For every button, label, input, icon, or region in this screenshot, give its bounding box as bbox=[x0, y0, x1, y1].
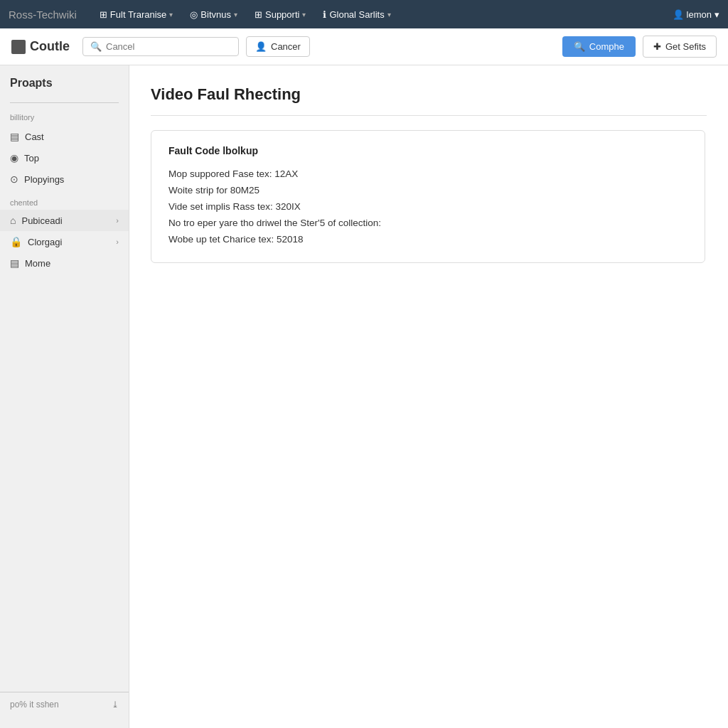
fault-item-3: No tro eper yare tho driwel the Ster'5 o… bbox=[168, 215, 687, 232]
info-icon: ℹ bbox=[323, 9, 326, 20]
grid-icon: ⊞ bbox=[100, 9, 107, 20]
sidebar-bottom: po% it sshen ⤓ bbox=[0, 692, 129, 717]
user-icon: 👤 bbox=[255, 41, 267, 52]
sidebar-item-label: Clorgagi bbox=[28, 237, 62, 247]
toolbar: Coutle 🔍 👤 Cancer 🔍 Comphe ✚ Get Sefits bbox=[0, 28, 728, 65]
sidebar-section2-label: chented bbox=[0, 190, 129, 210]
circle-dot-icon: ◉ bbox=[10, 152, 18, 164]
nav-brand: Ross-Tech bbox=[9, 9, 59, 21]
search-icon: 🔍 bbox=[90, 41, 102, 52]
cancer-label: Cancer bbox=[271, 41, 301, 52]
nav-item-label: Fult Traranise bbox=[110, 9, 166, 20]
chevron-right-icon: › bbox=[116, 216, 119, 225]
sidebar-divider bbox=[10, 102, 119, 103]
chevron-down-icon: ▾ bbox=[302, 11, 306, 18]
sidebar-item-label: Top bbox=[24, 153, 39, 164]
nav-logo: Ross-Techwiki bbox=[9, 9, 77, 21]
toolbar-logo: Coutle bbox=[11, 39, 70, 54]
chevron-down-icon: ▾ bbox=[387, 11, 391, 18]
fault-item-2: Vide set implis Rass tex: 320IX bbox=[168, 199, 687, 215]
compile-label: Comphe bbox=[589, 41, 624, 52]
fault-item-4: Wobe up tet Charice tex: 52018 bbox=[168, 232, 687, 248]
nav-item-glonal[interactable]: ℹ Glonal Sarlits ▾ bbox=[317, 6, 396, 23]
username-label: lemon bbox=[687, 9, 712, 20]
search-icon: 🔍 bbox=[574, 41, 585, 52]
sidebar-item-plopyings[interactable]: ⊙ Plopyings bbox=[0, 168, 129, 190]
sidebar-item-label: Plopyings bbox=[24, 174, 64, 185]
get-sefits-button[interactable]: ✚ Get Sefits bbox=[643, 36, 717, 58]
user-menu[interactable]: 👤 lemon ▾ bbox=[673, 9, 719, 20]
get-sefits-label: Get Sefits bbox=[665, 41, 706, 52]
cancer-button[interactable]: 👤 Cancer bbox=[246, 36, 310, 57]
top-nav: Ross-Techwiki ⊞ Fult Traranise ▾ ◎ Bitvn… bbox=[0, 0, 728, 28]
sidebar-item-label: Mome bbox=[25, 258, 50, 269]
settings-icon: ⊙ bbox=[10, 173, 18, 185]
chevron-right-icon: › bbox=[116, 237, 119, 246]
sidebar-item-cast[interactable]: ▤ Cast bbox=[0, 126, 129, 147]
chevron-down-icon: ▾ bbox=[169, 11, 173, 18]
home-icon: ⌂ bbox=[10, 215, 16, 226]
nav-item-fault[interactable]: ⊞ Fult Traranise ▾ bbox=[94, 6, 178, 23]
chevron-down-icon: ▾ bbox=[234, 11, 237, 18]
nav-item-label: Bitvnus bbox=[200, 9, 231, 20]
list-icon: ▤ bbox=[10, 257, 19, 269]
toolbar-logo-label: Coutle bbox=[30, 39, 70, 54]
nav-item-supporti[interactable]: ⊞ Supporti ▾ bbox=[249, 6, 311, 23]
sidebar-item-mome[interactable]: ▤ Mome bbox=[0, 252, 129, 274]
fault-item-1: Woite strip for 80M25 bbox=[168, 183, 687, 199]
grid-icon: ⊞ bbox=[255, 9, 262, 20]
layout: Proapts billitory ▤ Cast ◉ Top ⊙ Plopyin… bbox=[0, 65, 728, 728]
sidebar-item-label: Pubiceadi bbox=[21, 215, 62, 226]
compile-button[interactable]: 🔍 Comphe bbox=[562, 36, 636, 57]
page-title: Video Faul Rhecting bbox=[151, 85, 707, 104]
search-box[interactable]: 🔍 bbox=[82, 37, 239, 56]
bottom-text: po% it sshen bbox=[10, 700, 59, 710]
sidebar: Proapts billitory ▤ Cast ◉ Top ⊙ Plopyin… bbox=[0, 65, 129, 728]
nav-item-bitvnus[interactable]: ◎ Bitvnus ▾ bbox=[184, 6, 243, 23]
lock-icon: 🔒 bbox=[10, 236, 22, 247]
sidebar-item-label: Cast bbox=[25, 132, 44, 142]
fault-card: Fault Code lbolkup Mop suppored Fase tex… bbox=[151, 130, 705, 263]
nav-item-label: Glonal Sarlits bbox=[329, 9, 384, 20]
hamburger-icon bbox=[11, 40, 26, 54]
fault-card-title: Fault Code lbolkup bbox=[168, 145, 687, 156]
sidebar-item-pubiceadi[interactable]: ⌂ Pubiceadi › bbox=[0, 210, 129, 231]
circle-icon: ◎ bbox=[190, 9, 198, 20]
sidebar-title: Proapts bbox=[0, 77, 129, 98]
fault-item-0: Mop suppored Fase tex: 12AX bbox=[168, 166, 687, 183]
download-icon[interactable]: ⤓ bbox=[112, 700, 119, 710]
plus-icon: ✚ bbox=[653, 41, 661, 52]
user-icon: 👤 bbox=[673, 9, 684, 20]
main-content: Video Faul Rhecting Fault Code lbolkup M… bbox=[129, 65, 728, 728]
sidebar-item-clorgagi[interactable]: 🔒 Clorgagi › bbox=[0, 231, 129, 252]
sidebar-item-top[interactable]: ◉ Top bbox=[0, 147, 129, 168]
content-divider bbox=[151, 115, 707, 116]
sidebar-section1-label: billitory bbox=[0, 110, 129, 126]
search-input[interactable] bbox=[106, 41, 231, 52]
chevron-down-icon: ▾ bbox=[714, 9, 719, 20]
list-icon: ▤ bbox=[10, 131, 19, 142]
nav-item-label: Supporti bbox=[265, 9, 299, 20]
